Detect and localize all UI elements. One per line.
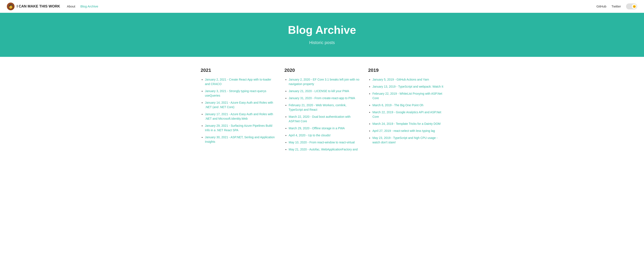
list-item: February 22, 2019 - WhiteList Proxying w…	[372, 92, 443, 100]
nav-right: GitHub Twitter 🌞	[596, 4, 637, 10]
hero-title: Blog Archive	[7, 24, 637, 36]
post-link[interactable]: January 2, 2021 - Create React App with …	[205, 78, 271, 86]
list-item: January 2, 2021 - Create React App with …	[205, 77, 276, 86]
list-item: January 21, 2020 - LICENSE to kill your …	[289, 89, 360, 94]
list-item: April 27, 2019 - react-select with less …	[372, 129, 443, 133]
list-item: January 30, 2021 - ASP.NET, Serilog and …	[205, 135, 276, 144]
post-link[interactable]: March 22, 2019 - Google Analytics API an…	[372, 110, 441, 118]
post-link[interactable]: January 13, 2019 - TypeScript and webpac…	[372, 85, 443, 88]
list-item: March 22, 2019 - Google Analytics API an…	[372, 110, 443, 119]
list-item: May 23, 2019 - TypeScript and high CPU u…	[372, 136, 443, 145]
hero-subtitle: Historic posts	[7, 40, 637, 45]
logo-avatar: 🧑	[7, 2, 14, 10]
post-link[interactable]: April 27, 2019 - react-select with less …	[372, 129, 435, 132]
post-link[interactable]: March 29, 2020 - Offline storage in a PW…	[289, 126, 345, 130]
list-item: April 4, 2020 - Up to the clouds!	[289, 133, 360, 138]
post-list-2021: January 2, 2021 - Create React App with …	[201, 77, 276, 144]
list-item: January 13, 2019 - TypeScript and webpac…	[372, 84, 443, 89]
post-link[interactable]: January 21, 2020 - LICENSE to kill your …	[289, 89, 349, 93]
post-link[interactable]: January 29, 2021 - Surfacing Azure Pipel…	[205, 124, 272, 132]
list-item: March 22, 2020 - Dual boot authenticatio…	[289, 114, 360, 124]
list-item: May 10, 2020 - From react-window to reac…	[289, 140, 360, 145]
list-item: January 3, 2021 - Strongly typing react-…	[205, 89, 276, 98]
post-link[interactable]: January 5, 2019 - GitHub Actions and Yar…	[372, 78, 429, 81]
post-list-2020: January 2, 2020 - EF Core 3.1 breaks lef…	[284, 77, 360, 152]
post-link[interactable]: March 24, 2019 - Template Tricks for a D…	[372, 122, 440, 126]
list-item: March 24, 2019 - Template Tricks for a D…	[372, 122, 443, 126]
list-item: January 31, 2020 - From create-react-app…	[289, 96, 360, 100]
theme-icon: 🌞	[632, 5, 636, 8]
list-item: February 21, 2020 - Web Workers, comlink…	[289, 103, 360, 112]
navbar: 🧑 I CAN MAKE THIS WORK About Blog Archiv…	[0, 0, 644, 13]
year-section-2019: 2019January 5, 2019 - GitHub Actions and…	[368, 68, 443, 154]
site-logo[interactable]: 🧑 I CAN MAKE THIS WORK	[7, 2, 60, 10]
post-list-2019: January 5, 2019 - GitHub Actions and Yar…	[368, 77, 443, 145]
post-link[interactable]: January 17, 2021 - Azure Easy Auth and R…	[205, 112, 273, 120]
list-item: January 5, 2019 - GitHub Actions and Yar…	[372, 77, 443, 82]
hero-section: Blog Archive Historic posts	[0, 13, 644, 57]
nav-about[interactable]: About	[67, 4, 75, 8]
year-section-2020: 2020January 2, 2020 - EF Core 3.1 breaks…	[284, 68, 360, 154]
post-link[interactable]: May 10, 2020 - From react-window to reac…	[289, 140, 355, 144]
post-link[interactable]: January 14, 2021 - Azure Easy Auth and R…	[205, 101, 273, 109]
post-link[interactable]: January 30, 2021 - ASP.NET, Serilog and …	[205, 136, 275, 144]
post-link[interactable]: March 6, 2019 - The Big One Point Oh	[372, 104, 424, 107]
post-link[interactable]: January 31, 2020 - From create-react-app…	[289, 96, 355, 100]
list-item: May 21, 2020 - Autofac, WebApplicationFa…	[289, 147, 360, 152]
post-link[interactable]: May 23, 2019 - TypeScript and high CPU u…	[372, 136, 438, 144]
main-content: 2021January 2, 2021 - Create React App w…	[194, 57, 450, 167]
nav-links: About Blog Archive	[67, 4, 98, 8]
year-heading-2021: 2021	[201, 68, 276, 73]
list-item: March 29, 2020 - Offline storage in a PW…	[289, 126, 360, 130]
theme-toggle[interactable]: 🌞	[626, 4, 637, 10]
nav-github[interactable]: GitHub	[596, 4, 606, 8]
post-link[interactable]: April 4, 2020 - Up to the clouds!	[289, 134, 330, 137]
nav-blog-archive[interactable]: Blog Archive	[80, 4, 98, 8]
post-link[interactable]: February 22, 2019 - WhiteList Proxying w…	[372, 92, 442, 100]
list-item: January 14, 2021 - Azure Easy Auth and R…	[205, 100, 276, 110]
post-link[interactable]: January 3, 2021 - Strongly typing react-…	[205, 89, 266, 97]
toggle-knob: 🌞	[632, 4, 636, 9]
list-item: January 2, 2020 - EF Core 3.1 breaks lef…	[289, 77, 360, 86]
list-item: March 6, 2019 - The Big One Point Oh	[372, 103, 443, 108]
year-heading-2020: 2020	[284, 68, 360, 73]
year-section-2021: 2021January 2, 2021 - Create React App w…	[201, 68, 276, 154]
post-link[interactable]: January 2, 2020 - EF Core 3.1 breaks lef…	[289, 78, 360, 86]
site-title: I CAN MAKE THIS WORK	[17, 4, 60, 8]
post-link[interactable]: February 21, 2020 - Web Workers, comlink…	[289, 104, 346, 111]
post-link[interactable]: May 21, 2020 - Autofac, WebApplicationFa…	[289, 148, 358, 151]
list-item: January 17, 2021 - Azure Easy Auth and R…	[205, 112, 276, 121]
nav-twitter[interactable]: Twitter	[612, 4, 621, 8]
year-heading-2019: 2019	[368, 68, 443, 73]
post-link[interactable]: March 22, 2020 - Dual boot authenticatio…	[289, 115, 351, 123]
list-item: January 29, 2021 - Surfacing Azure Pipel…	[205, 124, 276, 132]
